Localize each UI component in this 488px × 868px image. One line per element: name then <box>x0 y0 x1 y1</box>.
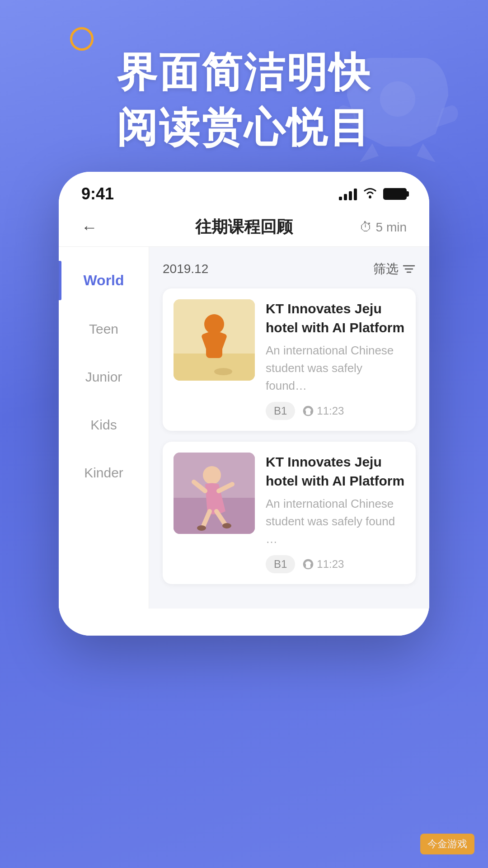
svg-point-11 <box>214 368 232 375</box>
article-tags-1: B1 11:23 <box>266 402 405 420</box>
svg-rect-14 <box>310 410 313 414</box>
status-bar: 9:41 <box>59 172 429 208</box>
hero-section: 界面简洁明快 阅读赏心悦目 <box>0 45 488 156</box>
svg-rect-26 <box>310 564 313 567</box>
headphone-icon-1 <box>302 405 314 417</box>
content-area: World Teen Junior Kids Kinder 2019.12 筛选 <box>59 247 429 609</box>
svg-point-22 <box>197 525 206 531</box>
hero-line2: 阅读赏心悦目 <box>0 100 488 156</box>
article-tags-2: B1 11:23 <box>266 555 405 573</box>
svg-point-1 <box>369 196 371 198</box>
headphone-icon-2 <box>302 558 314 570</box>
svg-point-7 <box>204 314 224 334</box>
svg-point-17 <box>203 466 221 484</box>
status-icons <box>339 186 407 202</box>
article-desc-1: An international Chinese student was saf… <box>266 342 405 395</box>
article-thumb-1 <box>174 299 255 381</box>
article-desc-2: An international Chinese student was saf… <box>266 495 405 548</box>
duration-tag-1: 11:23 <box>302 405 344 417</box>
signal-icon <box>339 188 357 200</box>
filter-label: 筛选 <box>373 260 399 278</box>
sidebar-item-kids[interactable]: Kids <box>59 401 149 449</box>
duration-label: 5 min <box>376 220 407 235</box>
filter-icon <box>402 263 416 275</box>
status-time: 9:41 <box>81 184 114 203</box>
nav-bar: ← 往期课程回顾 ⏱ 5 min <box>59 208 429 247</box>
nav-duration: ⏱ 5 min <box>360 220 407 235</box>
svg-rect-13 <box>304 410 306 414</box>
filter-button[interactable]: 筛选 <box>373 260 416 278</box>
sidebar: World Teen Junior Kids Kinder <box>59 247 149 609</box>
phone-bottom <box>59 609 429 636</box>
clock-icon: ⏱ <box>360 220 372 235</box>
sidebar-item-kinder[interactable]: Kinder <box>59 449 149 497</box>
wifi-icon <box>362 186 378 202</box>
hero-line1: 界面简洁明快 <box>0 45 488 100</box>
article-card-2[interactable]: KT Innovates Jeju hotel with AI Platform… <box>163 442 416 584</box>
filter-row: 2019.12 筛选 <box>163 260 416 278</box>
phone-mockup: 9:41 ← 往期课程回顾 ⏱ 5 min <box>59 172 429 636</box>
svg-point-23 <box>222 523 231 528</box>
article-card-1[interactable]: KT Innovates Jeju hotel with AI Platform… <box>163 288 416 431</box>
svg-rect-25 <box>304 564 306 567</box>
battery-icon <box>383 188 407 200</box>
duration-tag-2: 11:23 <box>302 558 344 571</box>
sidebar-item-world[interactable]: World <box>59 256 149 305</box>
sidebar-item-junior[interactable]: Junior <box>59 353 149 401</box>
date-label: 2019.12 <box>163 262 208 276</box>
article-thumb-2 <box>174 453 255 534</box>
article-info-1: KT Innovates Jeju hotel with AI Platform… <box>266 299 405 420</box>
article-info-2: KT Innovates Jeju hotel with AI Platform… <box>266 453 405 573</box>
level-tag-1: B1 <box>266 402 295 420</box>
sidebar-item-teen[interactable]: Teen <box>59 305 149 353</box>
back-button[interactable]: ← <box>81 218 98 237</box>
nav-title: 往期课程回顾 <box>195 216 293 238</box>
main-content: 2019.12 筛选 <box>149 247 429 609</box>
watermark: 今金游戏 <box>420 834 474 854</box>
article-title-1: KT Innovates Jeju hotel with AI Platform <box>266 299 405 337</box>
article-title-2: KT Innovates Jeju hotel with AI Platform <box>266 453 405 491</box>
level-tag-2: B1 <box>266 555 295 573</box>
